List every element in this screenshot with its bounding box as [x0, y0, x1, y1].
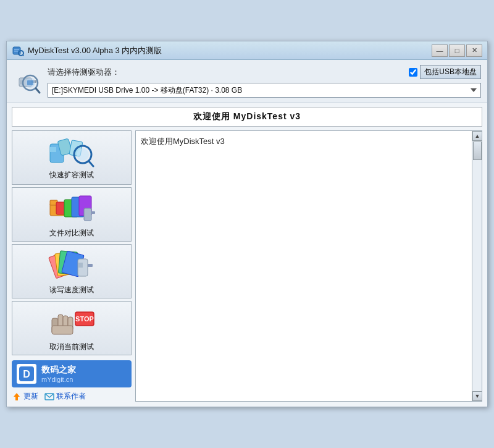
main-window: MyDiskTest v3.00 Alpha 3 内内内测版 — □ ✕	[6, 41, 488, 407]
scroll-thumb[interactable]	[473, 142, 482, 160]
app-icon	[12, 44, 24, 57]
drive-label: 请选择待测驱动器：	[48, 67, 120, 78]
toolbar-search-icon	[13, 67, 43, 96]
toolbar-right: 请选择待测驱动器： 包括USB本地盘 [E:]SKYMEDI USB Drive…	[48, 65, 481, 98]
svg-rect-13	[50, 147, 56, 152]
stop-label: 取消当前测试	[49, 342, 94, 352]
svg-rect-3	[14, 49, 19, 50]
stop-icon: STOP	[47, 305, 96, 339]
rw-test-button[interactable]: 读写速度测试	[12, 244, 132, 298]
sidebar-links: 更新 联系作者	[12, 391, 132, 402]
maximize-button[interactable]: □	[449, 44, 465, 57]
drive-selector[interactable]: [E:]SKYMEDI USB Drive 1.00 -> 移动盘(FAT32)…	[48, 83, 481, 98]
toolbar: 请选择待测驱动器： 包括USB本地盘 [E:]SKYMEDI USB Drive…	[7, 60, 487, 103]
log-content: 欢迎使用MyDiskTest v3	[136, 131, 482, 152]
scroll-track[interactable]	[472, 141, 482, 391]
svg-rect-27	[91, 211, 95, 214]
svg-rect-26	[84, 208, 91, 221]
window-title: MyDiskTest v3.00 Alpha 3 内内内测版	[28, 45, 432, 56]
file-test-label: 文件对比测试	[49, 228, 94, 239]
window-controls: — □ ✕	[432, 44, 482, 57]
svg-line-2	[23, 54, 24, 56]
minimize-button[interactable]: —	[432, 44, 448, 57]
log-area: 欢迎使用MyDiskTest v3 ▲ ▼	[135, 130, 482, 402]
svg-text:STOP: STOP	[75, 315, 94, 323]
file-test-icon	[47, 191, 96, 226]
update-link[interactable]: 更新	[12, 391, 38, 402]
svg-rect-33	[78, 263, 83, 268]
log-initial-text: 欢迎使用MyDiskTest v3	[141, 137, 225, 146]
svg-text:D: D	[23, 369, 30, 379]
digit-text: 数码之家 mYdigit.cn	[41, 365, 76, 383]
svg-line-10	[36, 88, 40, 93]
contact-link[interactable]: 联系作者	[44, 391, 86, 402]
svg-line-19	[89, 161, 93, 166]
include-usb-checkbox[interactable]	[409, 68, 417, 77]
main-content: 快速扩容测试	[7, 130, 487, 407]
toolbar-top-row: 请选择待测驱动器： 包括USB本地盘	[48, 65, 481, 79]
digit-url: mYdigit.cn	[41, 376, 76, 383]
svg-marker-44	[14, 393, 20, 400]
scroll-down-button[interactable]: ▼	[472, 391, 482, 401]
fast-test-icon	[47, 135, 96, 167]
close-button[interactable]: ✕	[466, 44, 482, 57]
title-bar: MyDiskTest v3.00 Alpha 3 内内内测版 — □ ✕	[7, 41, 487, 60]
rw-test-icon	[47, 248, 96, 282]
rw-test-label: 读写速度测试	[49, 285, 94, 295]
stop-button[interactable]: STOP 取消当前测试	[12, 301, 132, 355]
contact-label: 联系作者	[56, 391, 86, 402]
svg-rect-39	[52, 326, 73, 334]
update-icon	[12, 392, 22, 402]
vertical-scrollbar[interactable]: ▲ ▼	[472, 131, 482, 401]
include-usb-option[interactable]: 包括USB本地盘	[409, 65, 481, 79]
svg-rect-4	[14, 51, 18, 52]
sidebar-bottom: D 数码之家 mYdigit.cn 更新	[12, 360, 132, 402]
sidebar: 快速扩容测试	[12, 130, 135, 402]
digit-logo-link[interactable]: D 数码之家 mYdigit.cn	[12, 360, 132, 387]
email-icon	[44, 392, 54, 402]
update-label: 更新	[23, 391, 38, 402]
svg-rect-11	[27, 80, 33, 85]
fast-test-button[interactable]: 快速扩容测试	[12, 130, 132, 185]
file-test-button[interactable]: 文件对比测试	[12, 187, 132, 242]
svg-point-18	[77, 148, 89, 161]
fast-test-label: 快速扩容测试	[49, 170, 94, 180]
digit-icon: D	[17, 364, 36, 384]
include-usb-label: 包括USB本地盘	[420, 65, 481, 79]
svg-rect-34	[88, 264, 93, 267]
welcome-text: 欢迎使用 MyDiskTest v3	[193, 111, 301, 121]
welcome-bar: 欢迎使用 MyDiskTest v3	[12, 107, 482, 127]
scroll-up-button[interactable]: ▲	[472, 131, 482, 141]
digit-name: 数码之家	[41, 365, 76, 376]
